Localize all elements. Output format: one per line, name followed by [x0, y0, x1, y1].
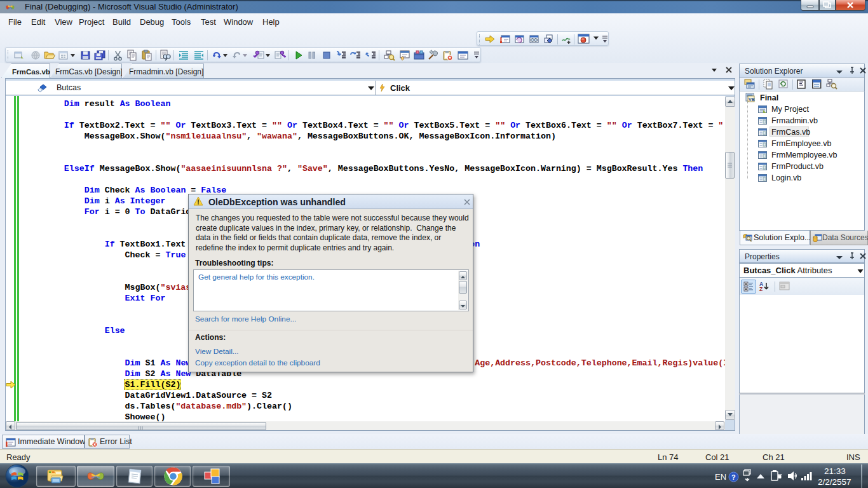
svg-text:Z: Z — [759, 286, 763, 292]
svg-text:?: ? — [731, 473, 736, 481]
svg-text:VB: VB — [749, 97, 755, 102]
